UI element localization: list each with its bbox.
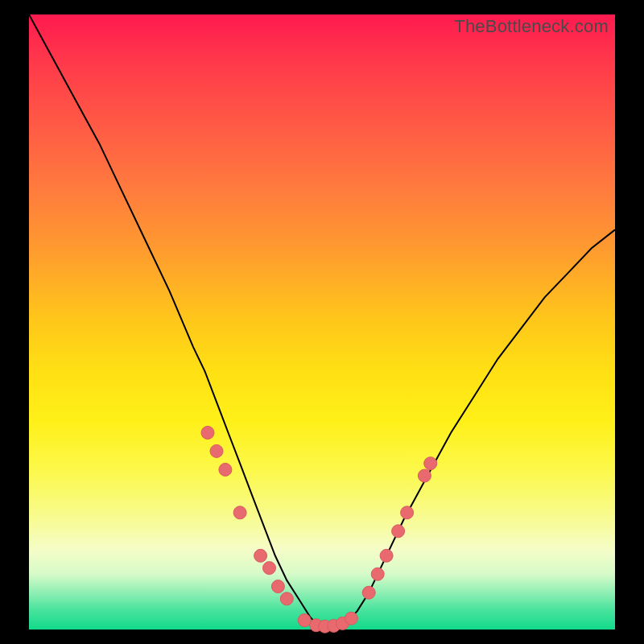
marker-dot — [201, 427, 214, 440]
curve-markers — [201, 427, 437, 634]
marker-dot — [424, 457, 437, 470]
marker-dot — [210, 444, 223, 457]
chart-svg — [29, 14, 615, 630]
marker-dot — [254, 549, 267, 562]
marker-dot — [298, 614, 311, 627]
chart-frame: TheBottleneck.com — [0, 0, 644, 644]
plot-area: TheBottleneck.com — [29, 14, 615, 630]
marker-dot — [271, 580, 284, 593]
marker-dot — [219, 463, 232, 476]
marker-dot — [280, 592, 293, 605]
marker-dot — [233, 506, 246, 519]
marker-dot — [345, 612, 357, 625]
marker-dot — [418, 469, 431, 482]
marker-dot — [263, 562, 276, 575]
marker-dot — [362, 586, 375, 599]
marker-dot — [380, 549, 393, 562]
marker-dot — [401, 506, 414, 519]
marker-dot — [371, 568, 384, 580]
bottleneck-curve — [29, 14, 615, 630]
marker-dot — [392, 525, 405, 538]
